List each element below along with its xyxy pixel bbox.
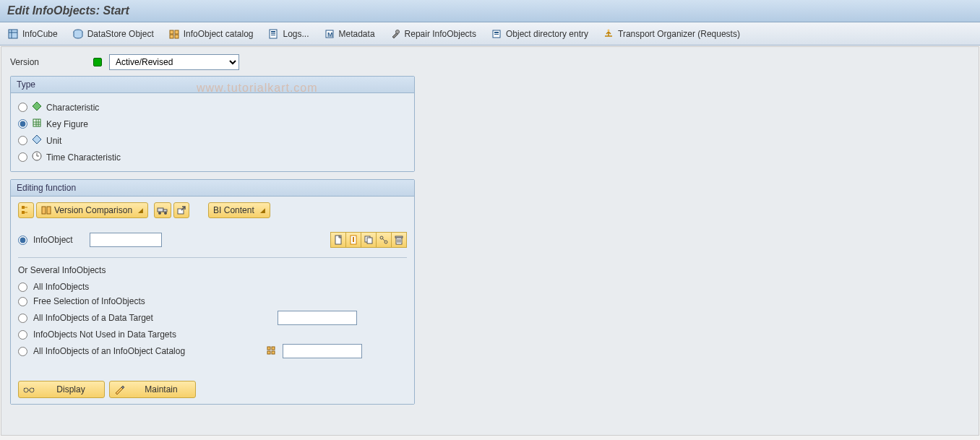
svg-line-61: [24, 388, 25, 389]
catalog-small-icon: [267, 345, 277, 358]
copy-button[interactable]: [361, 232, 377, 248]
radio-data-target[interactable]: All InfoObjects of a Data Target: [18, 309, 407, 327]
version-row: Version Active/Revised: [10, 54, 970, 70]
clock-icon: [32, 151, 42, 163]
svg-rect-16: [494, 32, 499, 33]
button-label: Maintain: [132, 384, 191, 394]
truck-button[interactable]: [154, 202, 171, 218]
svg-marker-25: [33, 135, 41, 144]
status-active-icon: [93, 58, 102, 66]
svg-marker-19: [33, 102, 41, 111]
groupbox-body: Version Comparison ◢ BI Content ◢ I: [11, 197, 414, 404]
infoobject-row: InfoObject: [18, 230, 407, 250]
toolbar-label: InfoCube: [22, 29, 58, 39]
svg-rect-36: [163, 210, 167, 212]
main-content: www.tutorialkart.com Version Active/Revi…: [1, 46, 979, 436]
svg-point-37: [158, 212, 161, 215]
svg-rect-17: [494, 34, 499, 35]
toolbar-label: DataStore Object: [87, 29, 154, 39]
radio-all-infoobjects[interactable]: All InfoObjects: [18, 280, 407, 294]
glasses-icon: [23, 384, 35, 394]
svg-rect-20: [33, 119, 40, 126]
groupbox-title: Editing function: [11, 180, 414, 197]
version-dropdown[interactable]: Active/Revised: [109, 54, 239, 70]
svg-rect-54: [267, 347, 270, 350]
data-target-input[interactable]: [278, 311, 357, 325]
svg-rect-11: [271, 35, 275, 35]
svg-point-38: [164, 212, 167, 215]
button-label: Version Comparison: [54, 205, 132, 215]
radio-input[interactable]: [18, 330, 27, 340]
pencil-icon: [114, 384, 124, 394]
metadata-icon: M: [324, 28, 335, 40]
radio-label: All InfoObjects: [33, 282, 89, 292]
export-button[interactable]: [173, 202, 189, 218]
display-button[interactable]: Display: [18, 381, 105, 398]
tree-expand-button[interactable]: [18, 202, 34, 218]
trash-icon: [394, 235, 404, 245]
radio-input[interactable]: [18, 236, 27, 245]
svg-rect-56: [267, 351, 270, 354]
compare-icon: [41, 205, 51, 215]
cube-icon: [7, 28, 19, 40]
radio-not-used[interactable]: InfoObjects Not Used in Data Targets: [18, 327, 407, 342]
radio-key-figure[interactable]: Key Figure: [18, 116, 407, 132]
version-comparison-button[interactable]: Version Comparison ◢: [36, 202, 148, 218]
radio-characteristic[interactable]: Characteristic: [18, 99, 407, 116]
radio-label: Time Characteristic: [46, 152, 121, 163]
delete-button[interactable]: [391, 232, 407, 248]
button-label: Display: [42, 384, 100, 394]
radio-time-characteristic[interactable]: Time Characteristic: [18, 149, 407, 165]
infoobject-action-icons: [330, 232, 407, 248]
catalog-input[interactable]: [283, 344, 362, 358]
dropdown-arrow-icon: ◢: [138, 207, 143, 214]
key-figure-icon: [32, 118, 42, 130]
svg-rect-4: [170, 30, 173, 34]
radio-input[interactable]: [18, 297, 27, 306]
toolbar-metadata[interactable]: M Metadata: [324, 28, 375, 40]
toolbar-label: Logs...: [283, 29, 309, 39]
characteristic-icon: [32, 101, 42, 113]
toolbar-label: Metadata: [339, 29, 375, 39]
repair-icon: [390, 28, 401, 40]
radio-free-selection[interactable]: Free Selection of InfoObjects: [18, 294, 407, 309]
page-title: Edit InfoObjects: Start: [0, 0, 980, 22]
toolbar-datastore[interactable]: DataStore Object: [72, 28, 154, 40]
radio-input[interactable]: [18, 103, 27, 112]
copy-icon: [364, 235, 374, 245]
create-button[interactable]: [330, 232, 346, 248]
radio-input[interactable]: [18, 314, 27, 323]
toolbar-label: Object directory entry: [506, 29, 588, 39]
svg-rect-45: [367, 238, 372, 243]
where-used-button[interactable]: [376, 232, 392, 248]
toolbar-logs[interactable]: Logs...: [267, 28, 309, 40]
radio-input[interactable]: [18, 347, 27, 356]
radio-label: InfoObjects Not Used in Data Targets: [33, 329, 176, 340]
radio-infoobject-catalog[interactable]: All InfoObjects of an InfoObject Catalog: [18, 342, 407, 361]
action-buttons: Display Maintain: [18, 381, 407, 398]
radio-input[interactable]: [18, 136, 27, 145]
toolbar-infoobject-catalog[interactable]: InfoObject catalog: [168, 28, 254, 40]
maintain-button[interactable]: Maintain: [109, 381, 196, 398]
toolbar-object-directory[interactable]: Object directory entry: [491, 28, 588, 40]
svg-text:M: M: [327, 31, 333, 38]
catalog-icon: [168, 28, 180, 40]
toolbar-infocube[interactable]: InfoCube: [7, 28, 58, 40]
svg-rect-5: [175, 30, 179, 34]
tree-icon: [21, 205, 31, 215]
radio-input[interactable]: [18, 119, 27, 129]
radio-label: Free Selection of InfoObjects: [33, 296, 145, 306]
directory-icon: [491, 28, 502, 40]
radio-unit[interactable]: Unit: [18, 132, 407, 149]
bi-content-button[interactable]: BI Content ◢: [208, 202, 270, 218]
toolbar-transport-organizer[interactable]: Transport Organizer (Requests): [603, 28, 740, 40]
infoobject-input[interactable]: [90, 233, 162, 247]
radio-input[interactable]: [18, 282, 27, 292]
toolbar-repair[interactable]: Repair InfoObjects: [390, 28, 476, 40]
svg-rect-33: [42, 207, 46, 214]
svg-rect-29: [22, 206, 25, 209]
svg-rect-34: [47, 207, 51, 214]
svg-rect-55: [272, 347, 275, 350]
info-button[interactable]: [345, 232, 361, 248]
radio-input[interactable]: [18, 152, 27, 162]
